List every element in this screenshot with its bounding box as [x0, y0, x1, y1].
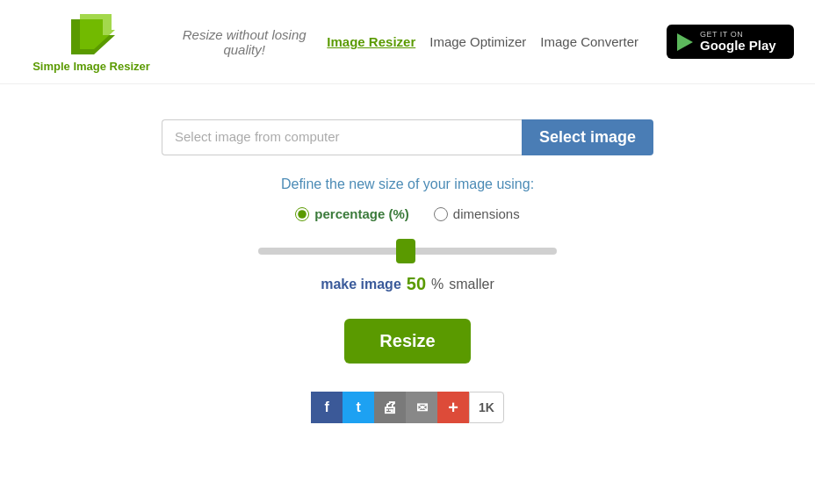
resize-slider[interactable] — [258, 248, 557, 255]
nav-image-optimizer[interactable]: Image Optimizer — [429, 34, 526, 49]
dimensions-label: dimensions — [453, 206, 520, 221]
svg-marker-1 — [80, 14, 115, 49]
select-image-button[interactable]: Select image — [522, 119, 653, 155]
percentage-value: 50 — [407, 274, 426, 294]
google-play-text: GET IT ON Google Play — [700, 30, 776, 54]
make-image-label: make image — [321, 277, 401, 292]
resize-button[interactable]: Resize — [344, 319, 470, 364]
percentage-label: percentage (%) — [314, 206, 409, 221]
logo-icon — [68, 11, 115, 58]
logo-text: Simple Image Resizer — [32, 60, 150, 73]
email-share-button[interactable]: ✉ — [406, 392, 437, 423]
upload-row: Select image from computer Select image — [162, 119, 653, 155]
nav-image-converter[interactable]: Image Converter — [540, 34, 638, 49]
dimensions-radio[interactable] — [434, 207, 448, 221]
slider-container — [258, 242, 557, 258]
smaller-label: smaller — [449, 277, 494, 292]
percent-sign: % — [431, 277, 444, 292]
google-play-badge[interactable]: GET IT ON Google Play — [667, 25, 794, 59]
percentage-option[interactable]: percentage (%) — [295, 206, 409, 221]
twitter-share-button[interactable]: t — [343, 392, 374, 423]
main-nav: Image Resizer Image Optimizer Image Conv… — [327, 25, 794, 59]
print-icon: 🖨 — [382, 399, 398, 417]
logo-area: Simple Image Resizer — [21, 11, 162, 73]
google-plus-share-button[interactable]: + — [437, 392, 469, 423]
radio-row: percentage (%) dimensions — [295, 206, 519, 221]
email-icon: ✉ — [416, 400, 428, 416]
social-row: f t 🖨 ✉ + 1K — [311, 392, 504, 423]
plus-icon: + — [448, 398, 458, 418]
define-text: Define the new size of your image using: — [281, 176, 534, 192]
percentage-radio[interactable] — [295, 207, 309, 221]
twitter-icon: t — [356, 400, 360, 415]
print-share-button[interactable]: 🖨 — [374, 392, 406, 423]
google-play-label: Google Play — [700, 39, 776, 54]
facebook-icon: f — [324, 400, 328, 415]
play-triangle-icon — [677, 33, 693, 51]
dimensions-option[interactable]: dimensions — [434, 206, 520, 221]
make-image-row: make image 50 % smaller — [321, 274, 494, 294]
file-input-display[interactable]: Select image from computer — [162, 119, 522, 155]
nav-image-resizer[interactable]: Image Resizer — [327, 34, 415, 49]
share-count: 1K — [469, 392, 504, 423]
tagline: Resize without losing quality! — [162, 27, 327, 57]
facebook-share-button[interactable]: f — [311, 392, 343, 423]
